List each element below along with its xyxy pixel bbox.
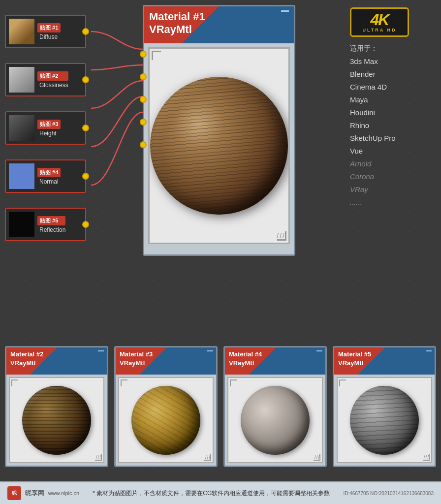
node-reflection-label: Reflection	[37, 226, 65, 233]
panel-connector-1[interactable]	[140, 51, 147, 58]
compat-vray: VRay	[350, 184, 434, 195]
minimize-button[interactable]	[281, 10, 289, 12]
node-reflection[interactable]: 贴图 #5 Reflection	[5, 208, 86, 241]
node-glossiness-title: 贴图 #2	[37, 71, 68, 81]
preview-dots-main: ///	[277, 232, 285, 240]
mat-card-minimize-5[interactable]	[426, 350, 432, 351]
compat-blender: Blender	[350, 68, 434, 80]
footer-logo-text: 昵享网 www.nipic.cn	[25, 489, 79, 498]
node-glossiness-info: 贴图 #2 Glossiness	[37, 71, 68, 89]
node-normal-info: 贴图 #4 Normal	[37, 168, 61, 185]
node-normal-label: Normal	[37, 178, 61, 185]
node-glossiness-label: Glossiness	[37, 82, 68, 89]
compat-maya: Maya	[350, 94, 434, 106]
mat-card-2[interactable]: Material #2 VRayMtl ///	[5, 346, 108, 467]
node-normal[interactable]: 贴图 #4 Normal	[5, 159, 86, 193]
panel-connectors	[140, 51, 147, 148]
mat-card-preview-4: ///	[227, 377, 323, 463]
compat-houdini: Houdini	[350, 107, 434, 119]
sphere-concrete	[241, 386, 310, 455]
node-height[interactable]: 贴图 #3 Height	[5, 111, 86, 145]
node-height-label: Height	[37, 130, 61, 137]
compat-list: 3ds Max Blender Cinema 4D Maya Houdini R…	[350, 56, 434, 208]
connector-glossiness[interactable]	[82, 76, 89, 83]
node-graph: 贴图 #1 Diffuse 贴图 #2 Glossiness	[5, 5, 349, 290]
panel-connector-2[interactable]	[140, 73, 147, 80]
sphere-wood-grey	[350, 386, 419, 455]
footer-notice: * 素材为贴图图片，不含材质文件，需要在CG软件内相应通道使用，可能需要调整相关…	[93, 489, 330, 498]
footer-logo: 昵 昵享网 www.nipic.cn	[7, 486, 79, 500]
mat-card-header-4: Material #4 VRayMtl	[225, 347, 325, 375]
node-reflection-info: 贴图 #5 Reflection	[37, 216, 65, 233]
mat-card-dots-5: ///	[424, 455, 429, 460]
mat-card-preview-5: ///	[337, 377, 432, 463]
thumb-reflection	[9, 212, 34, 237]
mat-card-dots-3: ///	[205, 455, 211, 460]
badge-4k-text: 4K	[371, 12, 389, 28]
mat-card-preview-2: ///	[9, 377, 104, 463]
material-preview-main: ///	[148, 47, 290, 244]
sphere-stone-yellow	[131, 386, 200, 455]
node-diffuse-title: 贴图 #1	[37, 23, 61, 32]
connector-diffuse[interactable]	[82, 28, 89, 35]
mat-card-3[interactable]: Material #3 VRayMtl ///	[114, 346, 218, 467]
footer-logo-icon: 昵	[7, 486, 21, 500]
bottom-panels: Material #2 VRayMtl /// Material #3 VRay…	[5, 346, 436, 467]
mat-card-preview-3: ///	[118, 377, 214, 463]
node-diffuse-label: Diffuse	[37, 33, 61, 40]
compat-more: ......	[350, 196, 434, 208]
panel-connector-5[interactable]	[140, 141, 147, 148]
node-height-info: 贴图 #3 Height	[37, 120, 61, 137]
mat-card-header-5: Material #5 VRayMtl	[334, 347, 435, 375]
node-normal-title: 贴图 #4	[37, 168, 61, 177]
texture-nodes: 贴图 #1 Diffuse 贴图 #2 Glossiness	[5, 15, 86, 241]
node-diffuse-info: 贴图 #1 Diffuse	[37, 23, 61, 40]
compat-vue: Vue	[350, 145, 434, 157]
material-panel-main[interactable]: Material #1 VRayMtl ///	[143, 5, 295, 256]
node-reflection-title: 贴图 #5	[37, 216, 65, 225]
mat-card-title-2: Material #2 VRayMtl	[10, 350, 43, 368]
mat-card-4[interactable]: Material #4 VRayMtl ///	[223, 346, 327, 467]
panel-connector-4[interactable]	[140, 119, 147, 126]
footer-bar: 昵 昵享网 www.nipic.cn * 素材为贴图图片，不含材质文件，需要在C…	[0, 481, 441, 504]
mat-card-dots-4: ///	[315, 455, 320, 460]
compat-3dsmax: 3ds Max	[350, 56, 434, 67]
badge-4k: 4K ULTRA HD	[350, 7, 409, 37]
footer-id: ID:4667705 NO:20210214162136683083	[344, 491, 434, 496]
connector-reflection[interactable]	[82, 221, 89, 228]
thumb-glossiness	[9, 67, 34, 93]
mat-card-header-2: Material #2 VRayMtl	[6, 347, 107, 375]
mat-card-minimize-2[interactable]	[98, 350, 104, 351]
sphere-wood-dark	[22, 386, 91, 455]
connector-height[interactable]	[82, 125, 89, 131]
badge-4k-sub: ULTRA HD	[363, 28, 397, 32]
compat-corona: Corona	[350, 171, 434, 183]
mat-card-title-3: Material #3 VRayMtl	[120, 350, 153, 368]
sphere-main	[150, 77, 288, 215]
mat-card-title-4: Material #4 VRayMtl	[229, 350, 262, 368]
thumb-diffuse	[9, 19, 34, 44]
material-panel-header: Material #1 VRayMtl	[144, 6, 294, 43]
compat-sketchup: SketchUp Pro	[350, 132, 434, 144]
compat-arnold: Arnold	[350, 158, 434, 170]
node-diffuse[interactable]: 贴图 #1 Diffuse	[5, 15, 86, 48]
mat-card-header-3: Material #3 VRayMtl	[116, 347, 216, 375]
mat-card-minimize-4[interactable]	[316, 350, 322, 351]
compat-label: 适用于：	[350, 44, 434, 53]
compat-cinema4d: Cinema 4D	[350, 81, 434, 93]
mat-card-minimize-3[interactable]	[207, 350, 213, 351]
material-panel-title: Material #1 VRayMtl	[149, 10, 205, 36]
right-panel: 4K ULTRA HD 适用于： 3ds Max Blender Cinema …	[350, 7, 434, 208]
mat-card-dots-2: ///	[96, 455, 101, 460]
node-height-title: 贴图 #3	[37, 120, 61, 129]
node-glossiness[interactable]: 贴图 #2 Glossiness	[5, 63, 86, 96]
mat-card-5[interactable]: Material #5 VRayMtl ///	[333, 346, 436, 467]
thumb-height	[9, 115, 34, 141]
compat-rhino: Rhino	[350, 120, 434, 131]
mat-card-title-5: Material #5 VRayMtl	[338, 350, 371, 368]
connector-normal[interactable]	[82, 173, 89, 180]
panel-connector-3[interactable]	[140, 96, 147, 103]
main-container: 贴图 #1 Diffuse 贴图 #2 Glossiness	[0, 0, 441, 504]
thumb-normal	[9, 163, 34, 189]
